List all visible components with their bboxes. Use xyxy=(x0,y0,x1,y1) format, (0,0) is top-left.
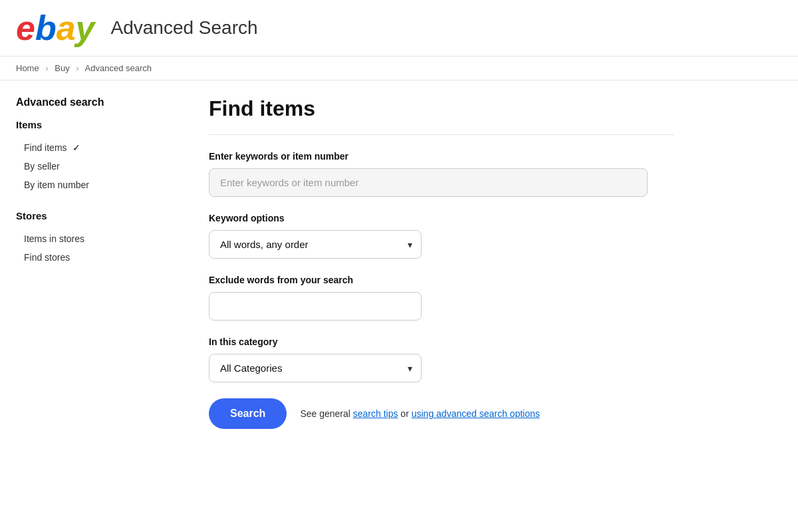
sidebar-item-by-seller[interactable]: By seller xyxy=(16,157,182,176)
category-group: In this category All Categories Antiques… xyxy=(209,336,674,382)
sidebar-item-find-items[interactable]: Find items ✓ xyxy=(16,138,182,157)
advanced-options-link[interactable]: using advanced search options xyxy=(412,408,540,419)
search-row: Search See general search tips or using … xyxy=(209,398,674,429)
sidebar-item-find-items-label: Find items xyxy=(24,142,67,153)
sidebar-section-title-items: Items xyxy=(16,119,182,130)
keyword-options-select[interactable]: All words, any order Any words Exact phr… xyxy=(209,230,422,259)
exclude-words-group: Exclude words from your search xyxy=(209,275,674,321)
logo-letter-b: b xyxy=(35,11,57,45)
keyword-options-group: Keyword options All words, any order Any… xyxy=(209,213,674,259)
sidebar-item-by-seller-label: By seller xyxy=(24,161,60,172)
keywords-group: Enter keywords or item number xyxy=(209,151,674,197)
search-button[interactable]: Search xyxy=(209,398,287,429)
logo-letter-y: y xyxy=(76,11,95,45)
sidebar-item-find-stores[interactable]: Find stores xyxy=(16,248,182,267)
breadcrumb-home[interactable]: Home xyxy=(16,63,39,73)
logo-letter-a: a xyxy=(57,11,76,45)
category-select[interactable]: All Categories Antiques Art Baby Books C… xyxy=(209,354,422,382)
sidebar-item-items-in-stores[interactable]: Items in stores xyxy=(16,229,182,248)
sidebar-section-stores: Stores Items in stores Find stores xyxy=(16,210,182,267)
keywords-input[interactable] xyxy=(209,168,648,197)
breadcrumb-current: Advanced search xyxy=(85,63,152,73)
keyword-options-label: Keyword options xyxy=(209,213,674,223)
ebay-logo: e b a y xyxy=(16,11,95,45)
page-title: Find items xyxy=(209,96,674,121)
logo-letter-e: e xyxy=(16,11,35,45)
breadcrumb-separator-1: › xyxy=(45,63,48,73)
keyword-options-select-wrapper: All words, any order Any words Exact phr… xyxy=(209,230,422,259)
exclude-words-input[interactable] xyxy=(209,292,422,321)
sidebar-item-by-item-number[interactable]: By item number xyxy=(16,176,182,194)
breadcrumb: Home › Buy › Advanced search xyxy=(0,57,798,80)
sidebar-item-by-item-number-label: By item number xyxy=(24,180,89,190)
keywords-label: Enter keywords or item number xyxy=(209,151,674,162)
help-text-or: or xyxy=(398,408,411,419)
category-select-wrapper: All Categories Antiques Art Baby Books C… xyxy=(209,354,422,382)
sidebar-item-find-stores-label: Find stores xyxy=(24,252,70,263)
category-label: In this category xyxy=(209,336,674,347)
sidebar-section-title-stores: Stores xyxy=(16,210,182,221)
sidebar-item-items-in-stores-label: Items in stores xyxy=(24,233,84,244)
sidebar-section-items: Items Find items ✓ By seller By item num… xyxy=(16,119,182,194)
breadcrumb-buy[interactable]: Buy xyxy=(55,63,69,73)
breadcrumb-separator-2: › xyxy=(76,63,78,73)
header: e b a y Advanced Search xyxy=(0,0,798,57)
sidebar-title: Advanced search xyxy=(16,96,182,108)
sidebar: Advanced search Items Find items ✓ By se… xyxy=(16,96,182,429)
main-layout: Advanced search Items Find items ✓ By se… xyxy=(0,80,798,445)
sidebar-item-find-items-check: ✓ xyxy=(72,142,80,153)
search-help-text: See general search tips or using advance… xyxy=(300,408,539,419)
main-content: Find items Enter keywords or item number… xyxy=(209,96,674,429)
search-tips-link[interactable]: search tips xyxy=(353,408,398,419)
header-title: Advanced Search xyxy=(111,17,258,39)
section-divider xyxy=(209,134,674,135)
exclude-words-label: Exclude words from your search xyxy=(209,275,674,285)
help-text-prefix: See general xyxy=(300,408,352,419)
